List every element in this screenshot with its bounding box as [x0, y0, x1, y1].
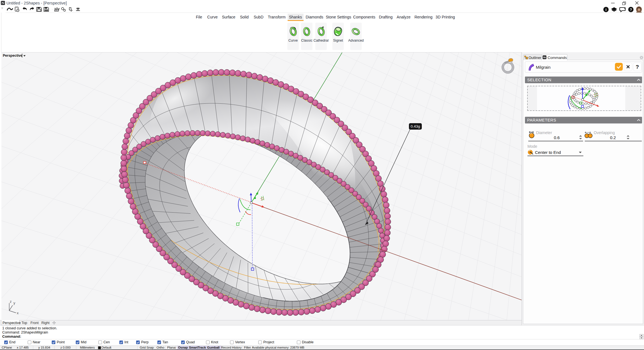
svg-text:0.43g: 0.43g: [411, 124, 420, 128]
svg-text:z: z: [10, 299, 12, 304]
svg-text:?: ?: [630, 8, 632, 12]
svg-text:x: x: [17, 311, 19, 315]
svg-text:i: i: [605, 8, 607, 12]
svg-text:y: y: [13, 301, 15, 305]
